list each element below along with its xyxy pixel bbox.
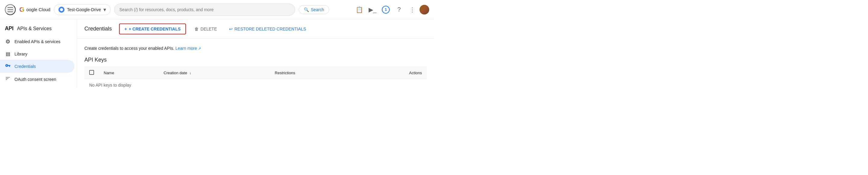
hamburger-icon bbox=[7, 7, 13, 12]
delete-button[interactable]: 🗑 DELETE bbox=[191, 24, 220, 34]
terminal-icon: ▶_ bbox=[369, 6, 376, 13]
google-g-icon: G bbox=[19, 6, 24, 13]
search-button-label: Search bbox=[311, 7, 324, 12]
notifications-icon: 📋 bbox=[355, 6, 363, 13]
create-btn-label: + CREATE CREDENTIALS bbox=[129, 27, 181, 31]
oauth-icon bbox=[5, 76, 11, 83]
cloud-shell-button[interactable]: ▶_ bbox=[367, 4, 378, 16]
create-icon: + bbox=[124, 27, 127, 31]
creation-date-column-header[interactable]: Creation date ↓ bbox=[159, 67, 270, 79]
trash-icon: 🗑 bbox=[194, 27, 198, 31]
google-cloud-logo-text: oogle Cloud bbox=[26, 7, 50, 12]
api-keys-table: Name Creation date ↓ Restrictions Action… bbox=[84, 67, 427, 88]
user-avatar[interactable] bbox=[420, 5, 429, 14]
checkbox-column-header bbox=[84, 67, 99, 79]
credentials-toolbar: Credentials + + CREATE CREDENTIALS 🗑 DEL… bbox=[77, 19, 434, 39]
api-badge: API bbox=[5, 25, 13, 32]
sidebar-item-label: Enabled APIs & services bbox=[14, 39, 61, 44]
external-link-icon: ↗ bbox=[198, 47, 201, 51]
more-icon: ⋮ bbox=[409, 6, 415, 13]
search-button[interactable]: 🔍 Search bbox=[299, 5, 329, 14]
avatar-image bbox=[420, 5, 429, 14]
restore-icon: ↩ bbox=[229, 27, 233, 31]
delete-btn-label: DELETE bbox=[200, 27, 217, 31]
sidebar-header: API APIs & Services bbox=[0, 22, 77, 35]
sidebar-item-library[interactable]: ▤ Library bbox=[0, 48, 74, 60]
create-credentials-button[interactable]: + + CREATE CREDENTIALS bbox=[119, 24, 186, 34]
nav-icons: 📋 ▶_ 1 ? ⋮ bbox=[353, 4, 429, 16]
project-name: Test-Google-Drive bbox=[67, 7, 101, 12]
help-icon: ? bbox=[397, 6, 401, 13]
sidebar-item-enabled-apis[interactable]: ⚙ Enabled APIs & services bbox=[0, 35, 74, 48]
top-navigation: G oogle Cloud Test-Google-Drive ▾ 🔍 Sear… bbox=[0, 0, 434, 19]
learn-more-link[interactable]: Learn more ↗ bbox=[176, 46, 201, 51]
sidebar-item-credentials[interactable]: Credentials bbox=[0, 60, 74, 73]
more-options-button[interactable]: ⋮ bbox=[406, 4, 418, 16]
sidebar-item-label: Credentials bbox=[14, 64, 36, 69]
sort-desc-icon: ↓ bbox=[190, 71, 191, 75]
api-keys-section-title: API Keys bbox=[84, 57, 427, 63]
google-cloud-logo[interactable]: G oogle Cloud bbox=[19, 6, 50, 13]
chevron-down-icon: ▾ bbox=[103, 6, 106, 13]
search-input[interactable] bbox=[119, 7, 290, 12]
main-layout: API APIs & Services ⚙ Enabled APIs & ser… bbox=[0, 19, 434, 88]
name-column-header[interactable]: Name bbox=[99, 67, 159, 79]
select-all-checkbox[interactable] bbox=[89, 70, 94, 75]
page-description: Create credentials to access your enable… bbox=[84, 46, 427, 51]
main-content: Credentials + + CREATE CREDENTIALS 🗑 DEL… bbox=[77, 19, 434, 88]
notifications-button[interactable]: 📋 bbox=[353, 4, 365, 16]
restore-btn-label: RESTORE DELETED CREDENTIALS bbox=[235, 27, 306, 31]
key-icon bbox=[5, 63, 11, 70]
help-button[interactable]: ? bbox=[393, 4, 405, 16]
sidebar-title: APIs & Services bbox=[17, 26, 52, 31]
project-selector[interactable]: Test-Google-Drive ▾ bbox=[54, 4, 111, 15]
empty-message: No API keys to display bbox=[84, 79, 427, 88]
page-body: Create credentials to access your enable… bbox=[77, 39, 434, 88]
table-empty-row: No API keys to display bbox=[84, 79, 427, 88]
sidebar-item-page-usage[interactable]: Page usage agreements bbox=[0, 86, 74, 88]
project-icon bbox=[59, 7, 64, 13]
sidebar-item-label: OAuth consent screen bbox=[14, 77, 56, 82]
library-icon: ▤ bbox=[5, 51, 11, 57]
sidebar-item-oauth-consent[interactable]: OAuth consent screen bbox=[0, 73, 74, 86]
sidebar: API APIs & Services ⚙ Enabled APIs & ser… bbox=[0, 19, 77, 88]
notification-badge: 1 bbox=[382, 6, 390, 13]
restrictions-column-header: Restrictions bbox=[270, 67, 360, 79]
actions-column-header: Actions bbox=[360, 67, 427, 79]
search-bar[interactable] bbox=[114, 4, 295, 16]
restore-deleted-credentials-button[interactable]: ↩ RESTORE DELETED CREDENTIALS bbox=[225, 24, 310, 34]
credentials-title: Credentials bbox=[84, 26, 112, 32]
search-icon: 🔍 bbox=[304, 7, 309, 12]
sidebar-item-label: Library bbox=[14, 52, 27, 56]
alerts-button[interactable]: 1 bbox=[380, 4, 392, 16]
settings-icon: ⚙ bbox=[5, 38, 11, 45]
table-header-row: Name Creation date ↓ Restrictions Action… bbox=[84, 67, 427, 79]
hamburger-menu-button[interactable] bbox=[5, 4, 16, 15]
